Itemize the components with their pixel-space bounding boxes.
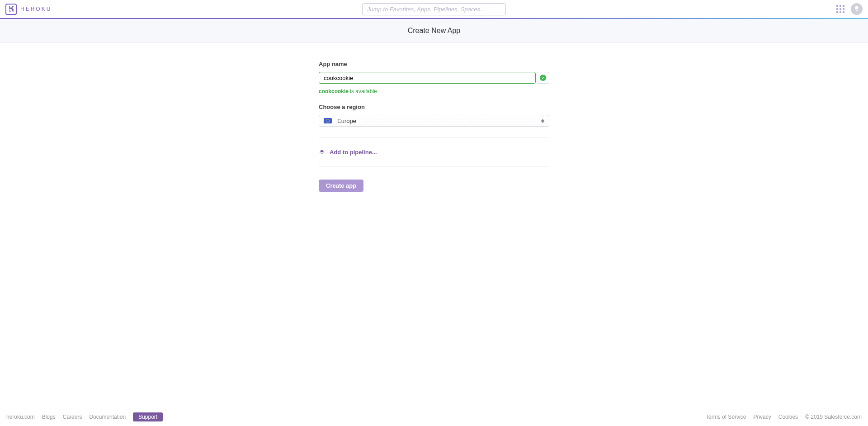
pipeline-label: Add to pipeline... [330,149,377,156]
divider [319,166,549,167]
apps-grid-icon[interactable] [836,5,844,13]
app-name-input[interactable] [319,72,536,84]
pipeline-icon [319,149,325,156]
support-button[interactable]: Support [133,412,163,421]
footer-link-privacy[interactable]: Privacy [753,414,771,420]
region-label: Choose a region [319,104,549,110]
region-select[interactable]: Europe [319,115,549,127]
search-input[interactable] [362,3,506,15]
heroku-logo-icon [5,4,17,15]
footer-link-heroku[interactable]: heroku.com [6,414,35,420]
heroku-logo[interactable]: HEROKU [5,4,52,15]
app-name-label: App name [319,61,549,67]
chevron-up-down-icon [541,119,544,123]
avatar[interactable] [851,3,863,15]
footer-link-terms[interactable]: Terms of Service [706,414,746,420]
name-valid-indicator [537,72,549,84]
check-icon [540,75,546,81]
footer-link-blogs[interactable]: Blogs [42,414,56,420]
eu-flag-icon [324,118,332,123]
footer-link-documentation[interactable]: Documentation [89,414,126,420]
footer-link-careers[interactable]: Careers [63,414,82,420]
footer-copyright: © 2019 Salesforce.com [805,414,862,420]
create-app-button[interactable]: Create app [319,180,363,192]
footer-link-cookies[interactable]: Cookies [778,414,798,420]
region-selected: Europe [337,118,356,124]
add-to-pipeline[interactable]: Add to pipeline... [319,149,549,156]
availability-message: cookcookie is available [319,88,549,95]
page-title: Create New App [408,27,461,35]
divider [319,137,549,138]
heroku-logo-text: HEROKU [20,6,52,12]
